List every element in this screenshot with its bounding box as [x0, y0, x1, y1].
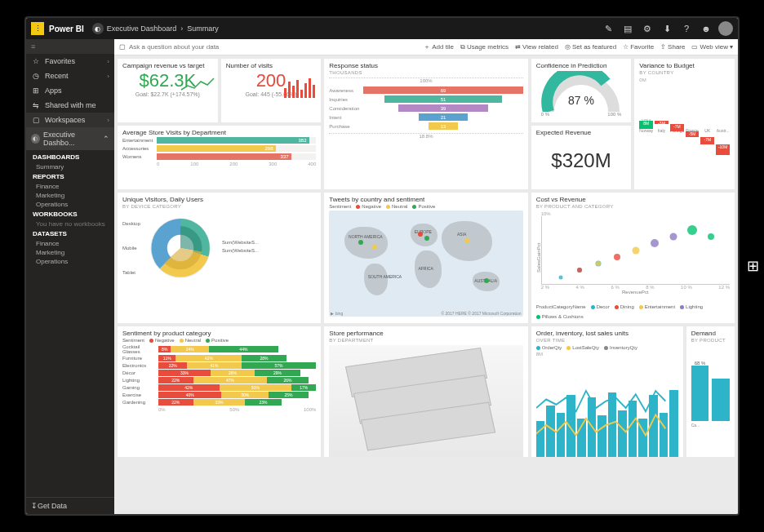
tile-subtitle: BY PRODUCT AND CATEGORY: [536, 204, 730, 209]
get-data-label: Get Data: [38, 502, 67, 510]
settings-gear-icon[interactable]: ⚙: [638, 20, 656, 38]
tile-variance[interactable]: Variance to Budget BY COUNTRY 0M 8M-3M-7…: [634, 59, 735, 189]
combo-chart: [536, 357, 678, 457]
tile-order-inventory[interactable]: Order, inventory, lost sales units OVER …: [531, 326, 683, 457]
tile-title: Number of visits: [226, 62, 317, 69]
get-data-button[interactable]: ↧Get Data: [26, 497, 114, 514]
dashboard-grid: Campaign revenue vs target $62.3K Goal: …: [114, 55, 738, 514]
tree-item[interactable]: Operations: [33, 257, 114, 266]
tree-head-reports: REPORTS: [33, 171, 114, 182]
tree-item[interactable]: Summary: [33, 162, 114, 171]
sidebar-item-apps[interactable]: ⊞Apps: [26, 83, 114, 98]
download-icon[interactable]: ⬇: [658, 20, 676, 38]
sidebar-apps-label: Apps: [45, 86, 62, 95]
web-icon: ▭: [691, 43, 698, 51]
tree-item[interactable]: Operations: [33, 200, 114, 209]
tile-sentiment[interactable]: Sentiment by product category Sentiment …: [118, 326, 321, 457]
sidebar-item-recent[interactable]: ◷Recent›: [26, 69, 114, 83]
funnel-bottomline: 18.8%: [329, 133, 522, 139]
map-label: NORTH AMERICA: [349, 234, 383, 239]
legend-label: Pillows & Cushions: [542, 314, 584, 319]
share-icon: ⇋: [31, 101, 41, 109]
main-content: ▢ ＋Add tile ⧉Usage metrics ⇄View related…: [114, 39, 738, 514]
help-icon[interactable]: ?: [677, 20, 695, 38]
legend-label: Positive: [211, 338, 229, 343]
sparkline-chart: [180, 73, 215, 98]
bing-logo: ▶ bing: [331, 311, 343, 316]
map-label: SOUTH AMERICA: [368, 274, 402, 279]
windows-logo-icon: ⊞: [747, 257, 759, 275]
tile-expected-revenue[interactable]: Expected Revenue $320M: [531, 126, 632, 189]
tile-campaign-revenue[interactable]: Campaign revenue vs target $62.3K Goal: …: [118, 59, 218, 122]
sidebar: ≡ ☆Favorites› ◷Recent› ⊞Apps ⇋Shared wit…: [26, 39, 114, 514]
tile-response-status[interactable]: Response status THOUSANDS 100% Awareness…: [324, 59, 527, 189]
stack-axis: 0%50%100%: [122, 407, 316, 412]
sidebar-item-workspaces[interactable]: ▢Workspaces›: [26, 113, 114, 127]
tree-item[interactable]: Marketing: [33, 248, 114, 257]
metrics-icon: ⧉: [460, 43, 465, 51]
breadcrumb-page[interactable]: Summary: [187, 24, 219, 33]
qa-input[interactable]: [129, 43, 417, 51]
legend: Sentiment Negative Neutral Positive: [122, 338, 316, 343]
tile-tweets[interactable]: Tweets by country and sentiment Sentimen…: [324, 193, 527, 323]
tile-title: Average Store Visits by Department: [122, 129, 316, 136]
legend-label: Positive: [418, 204, 435, 209]
svg-rect-6: [309, 78, 311, 98]
tile-cost-vs-revenue[interactable]: Cost vs Revenue BY PRODUCT AND CATEGORY …: [531, 193, 735, 323]
gauge-chart: 87 %: [540, 71, 622, 112]
tree-head-datasets: DATASETS: [33, 228, 114, 239]
view-related-button[interactable]: ⇄View related: [515, 43, 558, 51]
current-workspace-header[interactable]: ◐Executive Dashbo...⌃: [26, 127, 114, 150]
tile-title: Order, inventory, lost sales units: [536, 330, 678, 337]
add-tile-button[interactable]: ＋Add tile: [424, 42, 454, 51]
isometric-store-map: [329, 345, 522, 457]
web-view-button[interactable]: ▭Web view▾: [691, 43, 733, 51]
sidebar-collapse-button[interactable]: ≡: [26, 39, 114, 54]
tree-item[interactable]: Marketing: [33, 191, 114, 200]
share-button[interactable]: ⇪Share: [660, 43, 685, 51]
tile-unique-visitors[interactable]: Unique Visitors, Daily Users BY DEVICE C…: [118, 193, 321, 323]
tree-item[interactable]: Finance: [33, 182, 114, 191]
sparkline-chart: [283, 73, 318, 98]
hbar-chart: Entertainment382Accessories298Womens337: [122, 137, 316, 160]
smiley-feedback-icon[interactable]: ☻: [697, 20, 715, 38]
clock-icon: ◷: [31, 72, 41, 80]
legend: OrderQty LostSaleQty InventoryQty: [536, 345, 678, 350]
tile-confidence[interactable]: Confidence in Prediction 87 % 0 %100 %: [531, 59, 632, 122]
sidebar-workspaces-label: Workspaces: [45, 116, 85, 124]
sidebar-item-favorites[interactable]: ☆Favorites›: [26, 54, 114, 69]
tile-visits[interactable]: Number of visits 200 Goal: 445 (-55.06%): [221, 59, 322, 122]
tile-store-performance[interactable]: Store performance BY DEPARTMENT: [324, 326, 527, 457]
breadcrumb[interactable]: Executive Dashboard › Summary: [107, 24, 219, 33]
edit-icon[interactable]: ✎: [599, 20, 617, 38]
legend-dot: [386, 205, 390, 209]
tile-subtitle: THOUSANDS: [329, 70, 522, 75]
user-avatar[interactable]: [718, 21, 733, 36]
hbar-axis: 0100200300400: [122, 162, 316, 166]
favorite-button[interactable]: ☆Favorite: [623, 43, 654, 51]
breadcrumb-workspace[interactable]: Executive Dashboard: [107, 24, 177, 33]
tile-title: Expected Revenue: [536, 129, 627, 136]
funnel-chart: Awareness69Inquiries51Consideration39Int…: [329, 86, 522, 130]
tile-store-visits[interactable]: Average Store Visits by Department Enter…: [118, 126, 321, 189]
apps-launcher-icon[interactable]: ⋮⋮⋮: [31, 22, 44, 35]
comments-icon[interactable]: ▤: [619, 20, 637, 38]
chevron-right-icon: ›: [107, 58, 109, 65]
set-featured-button[interactable]: ◎Set as featured: [565, 43, 616, 51]
sidebar-item-shared[interactable]: ⇋Shared with me: [26, 98, 114, 113]
legend-title: ProductCategoryName: [536, 304, 586, 309]
plus-icon: ＋: [424, 42, 430, 51]
favorite-label: Favorite: [630, 43, 654, 51]
share-icon: ⇪: [660, 43, 666, 51]
add-tile-label: Add tile: [432, 43, 454, 51]
chevron-down-icon: ▾: [730, 43, 733, 51]
tree-item[interactable]: Finance: [33, 239, 114, 248]
dashboard-toolbar: ▢ ＋Add tile ⧉Usage metrics ⇄View related…: [114, 39, 738, 55]
usage-metrics-button[interactable]: ⧉Usage metrics: [460, 43, 509, 51]
chevron-up-icon: ⌃: [103, 135, 109, 143]
current-workspace-label: Executive Dashbo...: [43, 131, 103, 147]
tile-demand[interactable]: Demand BY PRODUCT 68 % Ca...: [686, 326, 735, 457]
world-map: NORTH AMERICA SOUTH AMERICA EUROPE AFRIC…: [329, 211, 522, 317]
svg-rect-1: [288, 82, 291, 98]
tree-head-dashboards: DASHBOARDS: [33, 152, 114, 162]
